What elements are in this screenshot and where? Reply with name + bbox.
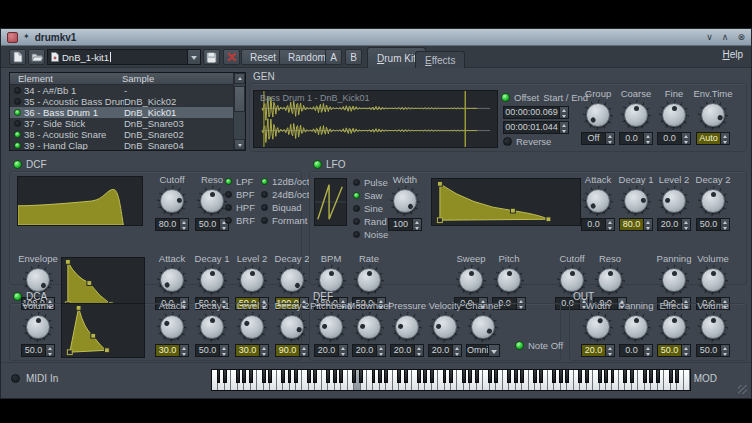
piano-black-key[interactable]	[630, 370, 634, 383]
spinner-buttons[interactable]	[559, 122, 568, 133]
channel-dropdown-arrow-icon[interactable]	[488, 345, 499, 356]
piano-black-key[interactable]	[598, 370, 602, 383]
element-row[interactable]: 38 - Acoustic SnareDnB_Snare02	[10, 129, 233, 140]
sample-waveform[interactable]: Bass Drum 1 - DnB_Kick01	[253, 90, 498, 148]
piano-black-key[interactable]	[462, 370, 466, 383]
piano-black-key[interactable]	[488, 370, 492, 383]
piano-black-key[interactable]	[656, 370, 660, 383]
spinner-buttons[interactable]	[605, 133, 614, 144]
modwheel-value[interactable]: 20.0	[352, 344, 386, 357]
fine-dial[interactable]	[659, 100, 689, 130]
radio-noise[interactable]: Noise	[353, 228, 388, 241]
lfo-led[interactable]	[313, 160, 322, 169]
piano-black-key[interactable]	[397, 370, 401, 383]
offset-end-field[interactable]: 00:00:01.044	[503, 121, 569, 134]
reso-dial[interactable]	[197, 186, 227, 216]
piano-black-key[interactable]	[623, 370, 627, 383]
spinner-buttons[interactable]	[720, 133, 729, 144]
attack-value[interactable]: 0.0	[581, 218, 615, 231]
reverse-led[interactable]	[503, 137, 512, 146]
delete-preset-button[interactable]	[223, 49, 240, 65]
spinner-buttons[interactable]	[643, 133, 652, 144]
piano-black-key[interactable]	[443, 370, 447, 383]
group-dial[interactable]	[583, 100, 613, 130]
width-value[interactable]: 100	[388, 218, 422, 231]
scroll-down-icon[interactable]	[234, 139, 245, 150]
piano-black-key[interactable]	[514, 370, 518, 383]
scroll-thumb[interactable]	[234, 86, 245, 112]
fine-value[interactable]: 0.0	[657, 132, 691, 145]
dcf-led[interactable]	[13, 160, 22, 169]
decay-2-value[interactable]: 50.0	[696, 218, 730, 231]
new-preset-button[interactable]	[9, 49, 26, 65]
piano-black-key[interactable]	[430, 370, 434, 383]
radio-biquad[interactable]: Biquad	[261, 201, 310, 214]
piano-black-key[interactable]	[359, 370, 363, 383]
piano-black-key[interactable]	[675, 370, 679, 383]
dca-envelope-graph[interactable]	[61, 303, 145, 358]
piano-black-key[interactable]	[649, 370, 653, 383]
minimize-icon[interactable]: ∨	[706, 33, 713, 42]
spinner-buttons[interactable]	[45, 345, 54, 356]
piano-black-key[interactable]	[352, 370, 356, 383]
piano-black-key[interactable]	[643, 370, 647, 383]
cutoff-dial[interactable]	[157, 186, 187, 216]
piano-black-key[interactable]	[449, 370, 453, 383]
resize-grip-icon[interactable]	[738, 385, 747, 394]
element-row[interactable]: 34 - A#/Bb 1-	[10, 85, 233, 96]
lfo-envelope-graph[interactable]	[431, 178, 581, 226]
effects-dial[interactable]	[659, 312, 689, 342]
radio-pulse[interactable]: Pulse	[353, 176, 388, 189]
pressure-dial[interactable]	[392, 312, 422, 342]
piano-black-key[interactable]	[565, 370, 569, 383]
piano-black-key[interactable]	[307, 370, 311, 383]
piano-black-key[interactable]	[339, 370, 343, 383]
piano-black-key[interactable]	[669, 370, 673, 383]
level-2-value[interactable]: 30.0	[235, 344, 269, 357]
pressure-value[interactable]: 20.0	[390, 344, 424, 357]
decay-1-dial[interactable]	[621, 186, 651, 216]
decay-2-dial[interactable]	[698, 186, 728, 216]
preset-dropdown-arrow-icon[interactable]	[187, 50, 200, 64]
piano-black-key[interactable]	[578, 370, 582, 383]
width-value[interactable]: 20.0	[581, 344, 615, 357]
spinner-buttons[interactable]	[681, 345, 690, 356]
decay-1-dial[interactable]	[197, 312, 227, 342]
piano-white-key[interactable]	[684, 370, 690, 390]
pitchbend-value[interactable]: 20.0	[314, 344, 348, 357]
piano-black-key[interactable]	[217, 370, 221, 383]
piano-black-key[interactable]	[585, 370, 589, 383]
offset-start-field[interactable]: 00:00:00.069	[503, 106, 569, 119]
open-preset-button[interactable]	[28, 49, 45, 65]
save-preset-button[interactable]	[203, 49, 220, 65]
b-button[interactable]: B	[345, 49, 362, 65]
coarse-value[interactable]: 0.0	[619, 132, 653, 145]
piano-black-key[interactable]	[294, 370, 298, 383]
piano-black-key[interactable]	[384, 370, 388, 383]
radio-sine[interactable]: Sine	[353, 202, 388, 215]
spinner-buttons[interactable]	[179, 345, 188, 356]
level-2-dial[interactable]	[237, 312, 267, 342]
env-time-value[interactable]: Auto	[696, 132, 730, 145]
decay-1-value[interactable]: 50.0	[195, 344, 229, 357]
modwheel-dial[interactable]	[354, 312, 384, 342]
volume-value[interactable]: 50.0	[696, 344, 730, 357]
channel-value[interactable]: Omni	[466, 344, 500, 357]
piano-black-key[interactable]	[262, 370, 266, 383]
piano-black-key[interactable]	[333, 370, 337, 383]
width-dial[interactable]	[390, 186, 420, 216]
element-row[interactable]: 39 - Hand ClapDnB_Snare04	[10, 140, 233, 150]
width-dial[interactable]	[583, 312, 613, 342]
spinner-buttons[interactable]	[412, 219, 421, 230]
level-2-value[interactable]: 20.0	[657, 218, 691, 231]
spinner-buttons[interactable]	[605, 345, 614, 356]
piano-black-key[interactable]	[404, 370, 408, 383]
attack-dial[interactable]	[157, 312, 187, 342]
panning-value[interactable]: 0.0	[619, 344, 653, 357]
element-row[interactable]: 37 - Side StickDnB_Snare03	[10, 118, 233, 129]
spinner-buttons[interactable]	[179, 219, 188, 230]
coarse-dial[interactable]	[621, 100, 651, 130]
attack-value[interactable]: 30.0	[155, 344, 189, 357]
radio-24db-oct[interactable]: 24dB/oct	[261, 188, 310, 201]
radio-formant[interactable]: Formant	[261, 214, 310, 227]
